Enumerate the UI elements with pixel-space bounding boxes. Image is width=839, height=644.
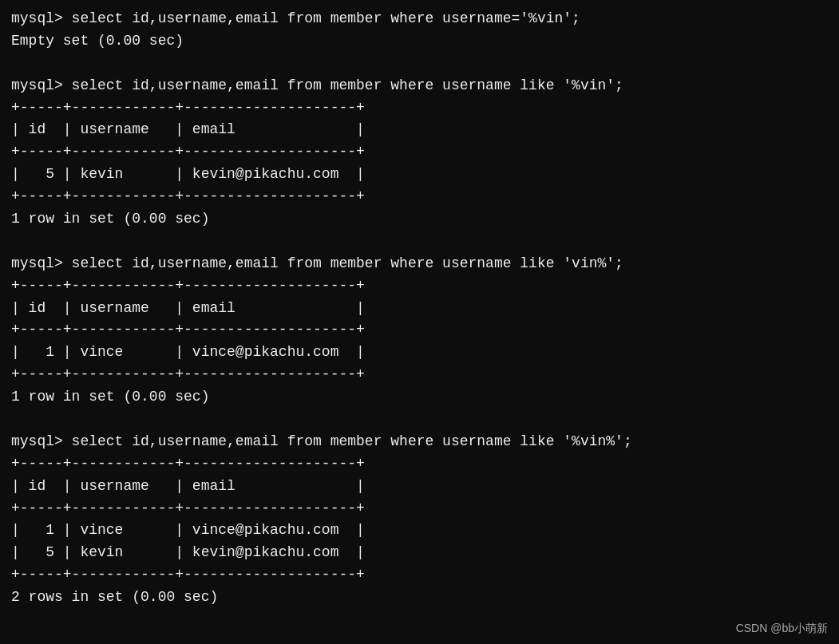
terminal-output: mysql> select id,username,email from mem… (11, 8, 828, 609)
watermark: CSDN @bb小萌新 (736, 622, 828, 636)
